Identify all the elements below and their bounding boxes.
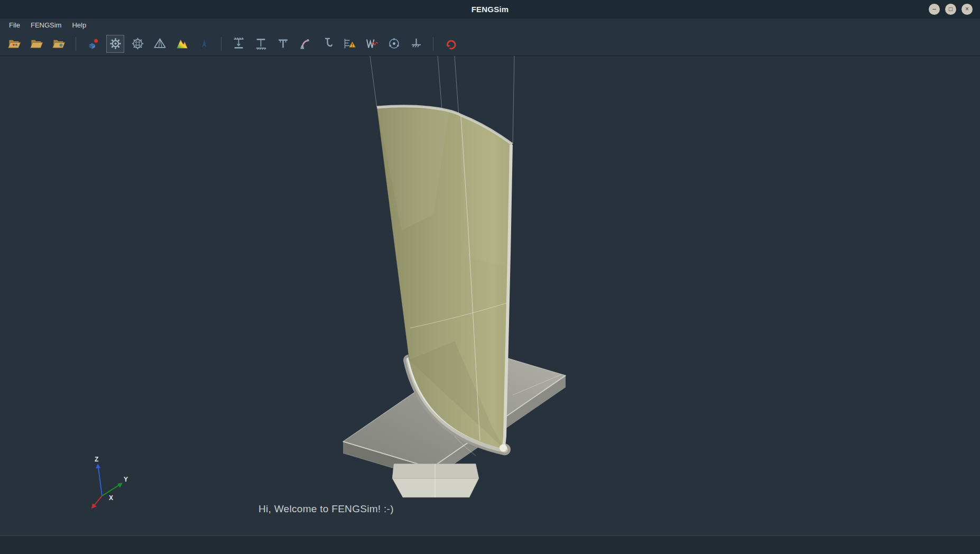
atom-button[interactable]	[385, 35, 403, 53]
frequency-w-icon	[365, 36, 379, 51]
window-controls: – □ ×	[929, 4, 980, 15]
pedestal	[392, 464, 479, 497]
toolbar	[0, 32, 980, 56]
maximize-button[interactable]: □	[945, 4, 956, 15]
menu-file[interactable]: File	[4, 20, 25, 31]
axis-y-label: Y	[124, 476, 128, 483]
status-bar	[0, 535, 980, 554]
red-swoosh-icon	[443, 36, 458, 51]
hook-button[interactable]	[318, 35, 336, 53]
tetrahedron-icon	[153, 36, 167, 51]
atom-icon	[387, 36, 401, 51]
axis-x-label: X	[109, 494, 113, 502]
viewport-3d[interactable]: Z Y X Hi, Welcome to FENGSim! :-)	[0, 56, 980, 535]
support-top-button[interactable]	[229, 35, 247, 53]
open-folder-cad-icon	[7, 36, 22, 51]
frequency-w-button[interactable]	[363, 35, 381, 53]
robot-arm-button[interactable]	[296, 35, 314, 53]
menu-bar: File FENGSim Help	[0, 19, 980, 32]
toolbar-separator	[76, 37, 76, 51]
colormap-button[interactable]	[173, 35, 191, 53]
tetrahedron-button[interactable]	[151, 35, 169, 53]
bolt-t-button[interactable]	[274, 35, 292, 53]
compass-arrow-icon	[197, 36, 211, 51]
open-folder-project-icon	[52, 36, 66, 51]
ground-support-button[interactable]	[407, 35, 425, 53]
bolt-t-icon	[276, 36, 290, 51]
measure-warning-icon	[343, 36, 357, 51]
menu-fengsim[interactable]: FENGSim	[26, 20, 67, 31]
mesh-gear-button[interactable]	[128, 35, 146, 53]
colormap-icon	[175, 36, 189, 51]
model-canvas[interactable]: Z Y X	[0, 56, 980, 535]
measure-warning-button[interactable]	[340, 35, 358, 53]
ground-support-icon	[409, 36, 423, 51]
app-window: FENGSim – □ × File FENGSim Help	[0, 0, 980, 554]
window-title: FENGSim	[0, 5, 980, 14]
blade-model	[377, 106, 512, 451]
red-swoosh-button[interactable]	[441, 35, 459, 53]
welcome-message: Hi, Welcome to FENGSim! :-)	[258, 503, 394, 515]
compass-arrow-button[interactable]	[195, 35, 213, 53]
open-folder-icon	[30, 36, 44, 51]
cad-part-icon	[86, 36, 100, 51]
toolbar-separator	[221, 37, 221, 51]
toolbar-separator	[433, 37, 433, 51]
open-folder-cad-button[interactable]	[5, 35, 23, 53]
open-folder-project-button[interactable]	[50, 35, 68, 53]
menu-help[interactable]: Help	[67, 20, 91, 31]
geometry-gear-icon	[108, 36, 123, 51]
open-folder-button[interactable]	[27, 35, 45, 53]
title-bar: FENGSim – □ ×	[0, 0, 980, 19]
support-bottom-icon	[254, 36, 268, 51]
hook-icon	[320, 36, 335, 51]
axis-z-label: Z	[95, 456, 98, 463]
axis-triad: Z Y X	[91, 456, 128, 509]
mesh-gear-icon	[131, 36, 145, 51]
support-bottom-button[interactable]	[252, 35, 270, 53]
cad-part-button[interactable]	[84, 35, 102, 53]
close-button[interactable]: ×	[961, 4, 973, 15]
geometry-gear-button[interactable]	[106, 35, 124, 53]
robot-arm-icon	[298, 36, 312, 51]
minimize-button[interactable]: –	[929, 4, 940, 15]
support-top-icon	[232, 36, 246, 51]
